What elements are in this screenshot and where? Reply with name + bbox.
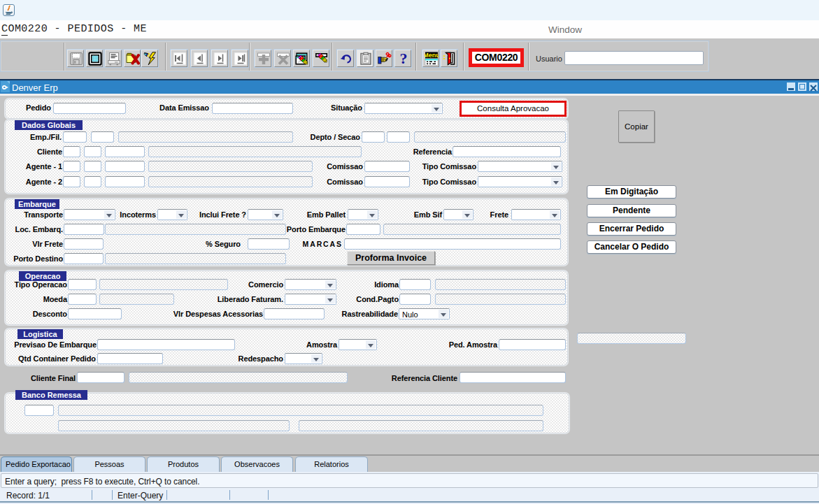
svg-text:Menu: Menu [425, 52, 439, 59]
svg-text:?: ? [400, 52, 408, 66]
